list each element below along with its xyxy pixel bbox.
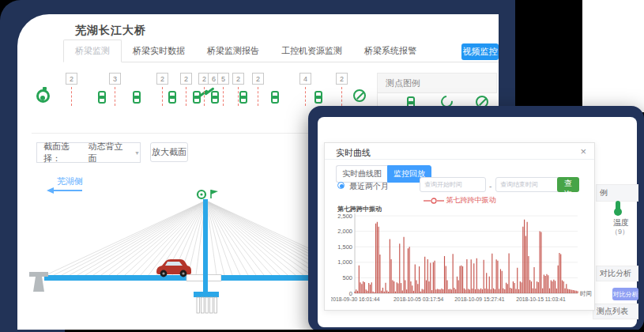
sensor-dash-line: [204, 87, 205, 106]
sensor-count-badge[interactable]: 2: [156, 73, 168, 85]
dialog-tab-group: 实时曲线图监控回放: [336, 165, 431, 183]
vibration-chart[interactable]: 05001,0001,5002,0002,5002018-09-30 16:01…: [331, 211, 592, 314]
sensor-dash-line: [186, 87, 186, 106]
legend-panel-header: 测点图例: [377, 73, 497, 93]
compare-analysis-button[interactable]: 对比分析: [612, 288, 638, 300]
legend-marker-icon: [424, 198, 444, 204]
x-axis-tick: 2018-09-30 16:01:44: [331, 296, 380, 302]
tab-2[interactable]: 桥梁监测报告: [196, 40, 270, 62]
gps-icon: [198, 191, 205, 198]
left-pier: [29, 272, 48, 277]
point-list-header: 测点列表: [593, 304, 638, 319]
sensor-count-badge[interactable]: 2: [252, 73, 264, 85]
chain-icon[interactable]: [193, 91, 201, 104]
close-icon[interactable]: ×: [580, 145, 586, 157]
dialog-tab-0[interactable]: 实时曲线图: [336, 165, 387, 183]
range-separator: -: [489, 182, 491, 191]
realtime-curve-dialog: 实时曲线 × 实时曲线图监控回放 最近两个月 - 查询 第七跨跨中振动 第七跨跨…: [324, 142, 595, 311]
popup-window: 例 温度 （9） 对比分析 对比分析 测点列表 实时曲线 × 实时曲线图监控回放…: [318, 117, 637, 327]
dialog-header: 实时曲线 ×: [325, 143, 594, 160]
sensor-count-badge[interactable]: 3: [109, 73, 121, 85]
section-select-group: 截面选择： 动态背立面 ▼: [36, 142, 141, 163]
svg-text:1,500: 1,500: [337, 243, 352, 251]
start-time-input[interactable]: [420, 177, 486, 192]
x-axis-label: 时间: [580, 290, 592, 297]
section-select[interactable]: 动态背立面: [89, 141, 126, 164]
pier-cap: [194, 292, 219, 297]
car: [156, 259, 191, 277]
sensor-count-badge[interactable]: 4: [299, 73, 311, 85]
tab-bar: 桥梁监测桥梁实时数据桥梁监测报告工控机资源监测桥梁系统报警: [63, 43, 499, 62]
pier-columns: [197, 297, 217, 313]
sensor-dash-line: [71, 87, 72, 106]
temperature-count: （9）: [611, 227, 629, 237]
chain-icon[interactable]: [168, 91, 176, 104]
compare-section-header: 对比分析: [596, 266, 638, 281]
sensor-count-badge[interactable]: 2: [180, 73, 192, 85]
query-button[interactable]: 查询: [557, 177, 579, 192]
sensor-dash-line: [115, 87, 115, 106]
screen: 芜湖长江大桥 桥梁监测桥梁实时数据桥梁监测报告工控机资源监测桥梁系统报警 视频监…: [0, 0, 644, 332]
sensor-dash-line: [258, 87, 258, 106]
sensor-dash-line: [341, 87, 342, 106]
x-axis-tick: 2018-10-05 03:17:54: [394, 296, 443, 302]
svg-text:1,000: 1,000: [337, 258, 352, 266]
chain-icon[interactable]: [314, 91, 322, 104]
svg-text:2,000: 2,000: [337, 228, 352, 235]
stopwatch-icon[interactable]: [36, 89, 50, 103]
page-title: 芜湖长江大桥: [75, 24, 146, 38]
legend-label: 第七跨跨中振动: [446, 195, 496, 206]
dialog-title: 实时曲线: [336, 147, 371, 159]
sensor-dash-line: [238, 87, 239, 106]
bridge-tower: [203, 199, 208, 292]
sensor-dash-line: [305, 87, 306, 106]
enlarge-section-button[interactable]: 放大截面: [150, 142, 188, 162]
end-time-input[interactable]: [495, 177, 562, 192]
bridge-side-label: 芜湖侧: [57, 175, 83, 187]
recent-two-months-label: 最近两个月: [349, 181, 389, 192]
chevron-down-icon[interactable]: ▼: [134, 150, 140, 156]
section-select-label: 截面选择：: [37, 141, 81, 164]
top-right-white-area: [582, 0, 644, 112]
sensor-count-badge[interactable]: 2: [66, 73, 77, 85]
chain-icon[interactable]: [133, 91, 141, 104]
sensor-count-badge[interactable]: 2: [232, 73, 244, 85]
tab-4[interactable]: 桥梁系统报警: [353, 40, 427, 62]
svg-text:500: 500: [342, 274, 352, 281]
tab-0[interactable]: 桥梁监测: [63, 40, 122, 62]
sensor-count-badge[interactable]: 2: [336, 73, 348, 85]
ban-icon[interactable]: [353, 89, 366, 102]
x-axis-tick: 2018-10-09 15:27:41: [454, 296, 504, 302]
anemometer-icon: [211, 190, 218, 198]
chain-icon[interactable]: [211, 91, 219, 104]
recent-two-months-radio[interactable]: [337, 182, 345, 189]
thermometer-icon[interactable]: [616, 201, 620, 211]
chain-icon[interactable]: [98, 91, 106, 104]
sensor-dash-line: [162, 87, 163, 106]
sensor-count-badge[interactable]: 5: [217, 73, 229, 85]
sensor-dash-line: [223, 87, 224, 106]
video-monitor-button[interactable]: 视频监控: [461, 43, 499, 60]
tab-1[interactable]: 桥梁实时数据: [122, 40, 196, 62]
x-axis-tick: 2018-10-15 11:03:41: [516, 296, 566, 302]
chain-icon[interactable]: [239, 91, 247, 104]
left-pier: [33, 277, 44, 292]
tab-3[interactable]: 工控机资源监测: [270, 40, 353, 62]
svg-text:2,500: 2,500: [337, 213, 352, 220]
chain-icon[interactable]: [271, 91, 279, 104]
popup-legend-header-partial: 例: [596, 184, 638, 202]
